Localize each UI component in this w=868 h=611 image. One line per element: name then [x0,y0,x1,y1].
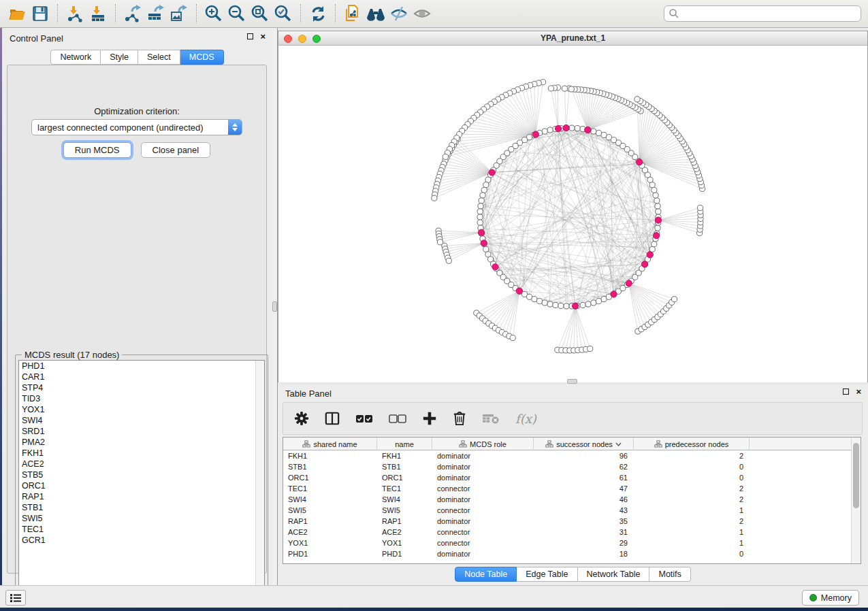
ring-node[interactable] [596,299,601,304]
ring-node[interactable] [596,130,601,135]
ring-node[interactable] [655,225,660,231]
table-cell[interactable]: RAP1 [283,516,377,527]
export-image-button[interactable] [167,3,191,24]
table-cell[interactable]: connector [432,505,534,516]
search-field[interactable] [664,5,861,22]
ring-node[interactable] [479,198,484,203]
mcds-hub-node[interactable] [642,261,648,267]
column-header[interactable]: shared name [283,437,377,450]
mcds-list-scrollbar[interactable] [255,361,264,604]
tab-edge-table[interactable]: Edge Table [517,567,577,582]
task-history-button[interactable] [5,590,26,606]
table-cell[interactable]: 31 [534,527,634,538]
table-cell[interactable]: 0 [634,461,750,472]
ring-node[interactable] [653,193,658,198]
table-row[interactable]: ORC1ORC1dominator610 [283,472,852,483]
mcds-hub-node[interactable] [516,288,522,294]
table-cell[interactable]: FKH1 [283,450,377,461]
mcds-hub-node[interactable] [647,252,653,258]
ring-node[interactable] [569,125,575,131]
unselect-all-button[interactable] [389,413,406,424]
save-session-button[interactable] [29,3,52,24]
mcds-result-item[interactable]: ACE2 [19,459,264,469]
leaf-node[interactable] [443,154,448,159]
select-all-button[interactable] [355,413,373,424]
table-cell[interactable]: 2 [634,483,750,494]
zoom-selected-button[interactable] [272,3,295,24]
tab-mcds[interactable]: MCDS [180,50,224,65]
ring-node[interactable] [542,129,547,134]
ring-node[interactable] [585,301,591,307]
table-cell[interactable]: 2 [634,494,750,505]
table-cell[interactable]: 0 [634,472,750,483]
table-cell[interactable]: SWI4 [377,494,432,505]
table-cell[interactable]: ORC1 [377,472,432,483]
leaf-node[interactable] [446,258,451,263]
leaf-node[interactable] [510,335,515,341]
table-row[interactable]: PHD1PHD1dominator180 [283,548,852,559]
column-header[interactable]: name [377,437,432,450]
zoom-fit-button[interactable] [248,3,272,24]
column-header[interactable]: predecessor nodes [634,437,750,450]
table-cell[interactable]: STB1 [283,461,377,472]
table-cell[interactable]: dominator [432,516,534,527]
tab-select[interactable]: Select [138,50,180,65]
ring-node[interactable] [558,303,564,308]
network-graph[interactable] [278,46,867,382]
table-cell[interactable]: connector [432,527,534,538]
run-mcds-button[interactable]: Run MCDS [63,142,131,158]
table-scrollbar[interactable] [851,437,861,563]
mcds-result-item[interactable]: SWI5 [19,513,264,524]
mcds-result-item[interactable]: PHD1 [19,361,264,371]
splitter-handle[interactable] [272,301,277,312]
table-row[interactable]: TEC1TEC1connector472 [283,483,852,494]
ring-node[interactable] [601,132,607,137]
mcds-hub-node[interactable] [654,233,660,239]
mcds-hub-node[interactable] [555,125,561,131]
table-cell[interactable]: 1 [634,527,750,538]
table-row[interactable]: YOX1YOX1connector291 [283,538,852,548]
sort-dropdown-icon[interactable] [615,442,622,446]
zoom-in-button[interactable] [202,3,225,24]
mcds-result-item[interactable]: YOX1 [19,404,264,415]
table-cell[interactable]: dominator [432,461,534,472]
ring-node[interactable] [483,246,489,252]
mcds-result-item[interactable]: FKH1 [19,448,264,459]
mcds-hub-node[interactable] [573,303,579,309]
ring-node[interactable] [580,302,585,308]
table-cell[interactable]: YOX1 [283,538,377,548]
import-table-button[interactable] [86,3,110,24]
table-cell[interactable]: 18 [534,548,634,559]
mcds-result-item[interactable]: STB1 [19,502,264,513]
vertical-splitter[interactable] [272,28,278,585]
search-input[interactable] [679,7,856,20]
ring-node[interactable] [477,209,483,214]
mcds-result-item[interactable]: RAP1 [19,491,264,502]
tab-motifs[interactable]: Motifs [649,567,690,582]
table-cell[interactable]: 43 [534,505,634,516]
mcds-result-item[interactable]: SWI4 [19,415,264,426]
mcds-hub-node[interactable] [611,291,617,297]
table-cell[interactable]: YOX1 [377,538,432,548]
table-cell[interactable]: 96 [534,450,634,461]
table-row[interactable]: STB1STB1dominator620 [283,461,852,472]
close-table-panel-icon[interactable]: × [856,389,861,395]
ring-node[interactable] [481,187,487,193]
mcds-result-item[interactable]: CAR1 [19,371,264,382]
import-network-button[interactable] [63,3,86,24]
show-columns-button[interactable] [325,411,340,426]
ring-node[interactable] [654,198,660,203]
float-panel-icon[interactable] [247,33,253,39]
ring-node[interactable] [655,203,660,209]
table-cell[interactable]: ACE2 [377,527,432,538]
table-cell[interactable]: dominator [432,548,534,559]
mcds-hub-node[interactable] [637,159,643,165]
table-cell[interactable]: 2 [634,516,750,527]
table-cell[interactable]: dominator [432,472,534,483]
ring-node[interactable] [547,127,553,133]
table-row[interactable]: ACE2ACE2connector311 [283,527,852,538]
ring-node[interactable] [542,300,547,306]
mcds-result-list[interactable]: PHD1CAR1STP4TID3YOX1SWI4SRD1PMA2FKH1ACE2… [18,360,265,604]
table-cell[interactable]: SWI4 [283,494,377,505]
optimization-criterion-dropdown[interactable]: largest connected component (undirected) [31,119,242,135]
